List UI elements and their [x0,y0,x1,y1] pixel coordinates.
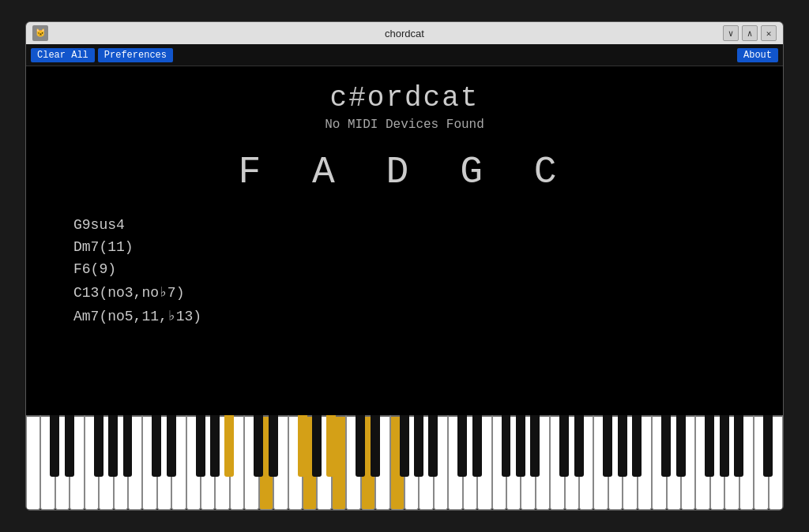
chord-item: G9sus4 [73,217,783,233]
app-title: c#ordcat [330,82,480,114]
hash-symbol: # [348,82,367,114]
white-key[interactable] [521,415,535,510]
chord-item: C13(no3,no♭7) [73,283,783,301]
white-key[interactable] [128,415,142,510]
title-bar: 🐱 chordcat ∨ ∧ ✕ [26,22,783,44]
white-key[interactable] [593,415,608,510]
white-key[interactable] [85,415,99,510]
white-key[interactable] [463,415,477,510]
white-key[interactable] [40,415,55,510]
preferences-button[interactable]: Preferences [98,48,173,62]
white-key[interactable] [652,415,666,510]
minimize-button[interactable]: ∨ [723,25,739,41]
white-key[interactable] [550,415,564,510]
white-key[interactable] [259,415,273,510]
white-key[interactable] [506,415,521,510]
piano-keyboard [26,415,783,510]
white-key[interactable] [230,415,244,510]
white-key[interactable] [667,415,681,510]
white-key[interactable] [346,415,360,510]
white-key[interactable] [142,415,156,510]
piano [26,415,783,510]
app-logo-icon: 🐱 [32,25,48,41]
white-key[interactable] [695,415,709,510]
white-key[interactable] [681,415,695,510]
white-key[interactable] [99,415,113,510]
white-key[interactable] [623,415,637,510]
white-key[interactable] [638,415,652,510]
chord-item: F6(9) [73,261,783,277]
white-keys-row [26,415,783,510]
white-key[interactable] [536,415,550,510]
white-key[interactable] [390,415,404,510]
main-content: c#ordcat No MIDI Devices Found F A D G C… [26,66,783,510]
window-title: chordcat [385,28,424,39]
white-key[interactable] [332,415,346,510]
white-key[interactable] [288,415,303,510]
notes-display: F A D G C [238,151,570,193]
window-controls: ∨ ∧ ✕ [723,25,777,41]
white-key[interactable] [710,415,724,510]
about-button[interactable]: About [737,48,778,62]
white-key[interactable] [565,415,579,510]
white-key[interactable] [769,415,783,510]
white-key[interactable] [244,415,258,510]
white-key[interactable] [26,415,40,510]
white-key[interactable] [273,415,288,510]
white-key[interactable] [754,415,768,510]
white-key[interactable] [434,415,448,510]
white-key[interactable] [55,415,70,510]
white-key[interactable] [724,415,739,510]
white-key[interactable] [303,415,317,510]
white-key[interactable] [477,415,491,510]
white-key[interactable] [492,415,506,510]
midi-status: No MIDI Devices Found [325,118,484,132]
white-key[interactable] [361,415,375,510]
white-key[interactable] [608,415,623,510]
white-key[interactable] [201,415,215,510]
menu-bar: Clear All Preferences About [26,44,783,66]
white-key[interactable] [171,415,186,510]
white-key[interactable] [448,415,462,510]
white-key[interactable] [157,415,171,510]
white-key[interactable] [419,415,433,510]
close-button[interactable]: ✕ [761,25,777,41]
chord-item: Dm7(11) [73,239,783,255]
white-key[interactable] [317,415,331,510]
white-key[interactable] [739,415,754,510]
white-key[interactable] [114,415,128,510]
chord-list: G9sus4Dm7(11)F6(9)C13(no3,no♭7)Am7(no5,1… [26,217,783,331]
main-window: 🐱 chordcat ∨ ∧ ✕ Clear All Preferences A… [25,21,784,511]
clear-all-button[interactable]: Clear All [31,48,95,62]
chord-item: Am7(no5,11,♭13) [73,307,783,324]
white-key[interactable] [215,415,229,510]
white-key[interactable] [375,415,389,510]
maximize-button[interactable]: ∧ [742,25,758,41]
white-key[interactable] [70,415,84,510]
white-key[interactable] [579,415,593,510]
white-key[interactable] [186,415,201,510]
white-key[interactable] [404,415,419,510]
